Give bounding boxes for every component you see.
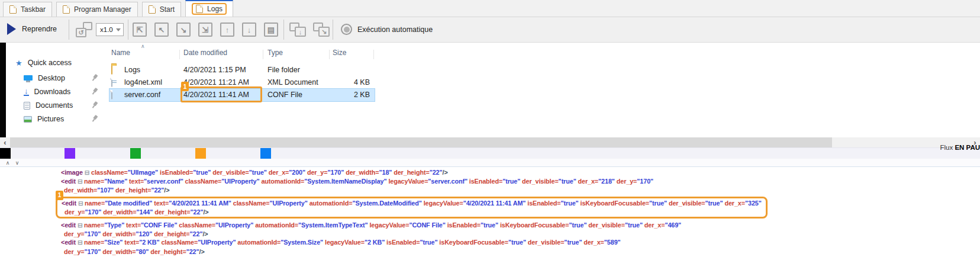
chevron-down-icon [116,28,121,31]
toolbar-separator [128,20,128,40]
attribute-value: "UIProperty" [270,200,308,207]
attribute-value: "CONF File" [141,221,177,229]
speed-dropdown[interactable]: x1.0 [96,23,124,36]
attribute-name: der_visible= [212,169,249,176]
screen-edge-strip [0,43,6,137]
sidebar-item-label: Downloads [34,88,71,96]
code-entry: <image ⊟ className="UIImage" isEnabled="… [61,168,980,177]
replay-button[interactable]: ↺ [76,22,92,37]
attribute-name: der_width= [103,208,136,216]
timeline-marker[interactable] [260,148,271,159]
column-header-name[interactable]: Name [111,49,130,57]
attribute-value: "4/20/2021 11:41 AM" [463,200,526,207]
conf-file-icon [111,90,112,99]
file-size: 2 KB [331,91,370,99]
attribute-name: der_width= [64,187,97,194]
xml-tag: <image [61,169,83,176]
attribute-name: der_x= [584,239,604,246]
duplicate-down-button[interactable]: ↓ [289,23,306,37]
attribute-name: isEnabled= [386,239,420,246]
tab-start[interactable]: Start [142,2,181,17]
file-type: File folder [267,66,300,74]
attribute-name: name= [84,221,104,229]
attribute-name: isKeyboardFocusable= [500,221,569,229]
timeline-marker[interactable] [195,148,206,159]
attribute-value: "Date modified" [105,200,152,207]
tab-program-manager[interactable]: Program Manager [56,2,138,17]
sidebar-item-downloads[interactable]: ↓Downloads [24,86,70,98]
attribute-value: "true" [481,221,498,229]
report-icon: ▤ [267,25,275,34]
tab-logs[interactable]: Logs [185,0,233,17]
attribute-name: der_width= [346,169,379,176]
code-line: der_y="170" der_width="120" der_height="… [61,230,980,238]
sidebar-item-quick-access[interactable]: ★Quick access [15,57,72,69]
file-row-server-conf[interactable]: server.conf4/20/2021 11:41 AMCONF File2 … [109,89,375,101]
attribute-name: der_y= [617,178,637,185]
flux-status: Flux EN PAU [940,144,980,151]
documents-icon [24,102,30,110]
duplicate-out-button[interactable]: ↘ [313,23,330,37]
collapse-expander-icon: ⊟ [78,222,82,229]
arrow-down-icon: ↓ [247,25,252,34]
step-into-button[interactable]: ⇲ [198,23,212,37]
sidebar-item-desktop[interactable]: Desktop [24,72,65,84]
attribute-value: "144" [137,208,153,216]
arrow-down-right-button[interactable]: ↘ [176,23,191,37]
timeline-marker[interactable] [130,148,141,159]
scrollbar-thumb[interactable] [10,137,832,147]
attribute-value: "589" [604,239,621,246]
report-button[interactable]: ▤ [264,23,278,37]
timeline-marker[interactable] [65,148,75,159]
pin-icon [89,114,99,124]
sidebar-item-pictures[interactable]: Pictures [24,113,64,125]
code-entry: <edit ⊟ name="Size" text="2 KB" classNam… [61,238,980,255]
toolbar-separator [333,20,333,40]
sidebar-item-documents[interactable]: Documents [24,99,73,111]
attribute-value: "107" [97,187,114,194]
clone-buttons: ↓↘ [289,23,330,37]
code-line: der_y="170" der_width="144" der_height="… [62,208,762,216]
attribute-name: der_y= [65,208,85,216]
tab-label: Taskbar [21,5,46,14]
attribute-value: "true" [502,178,520,185]
code-line: <image ⊟ className="UIImage" isEnabled="… [61,168,980,177]
column-header-type[interactable]: Type [267,49,283,57]
attribute-name: der_width= [102,248,136,255]
attribute-name: der_y= [64,248,85,255]
attribute-value: "UIImage" [128,169,158,176]
attribute-value: "true" [508,239,526,246]
attribute-value: "325" [745,200,762,207]
xml-file-icon [111,78,112,87]
attribute-name: isKeyboardFocusable= [581,200,650,207]
horizontal-scrollbar[interactable]: ‹ › [0,137,980,147]
file-size: 4 KB [331,78,370,86]
file-date: 4/20/2021 11:21 AM [183,78,249,86]
scroll-left-icon[interactable]: ‹ [0,137,10,147]
expand-down-icon[interactable]: ∨ [13,159,21,166]
replay-icon: ↺ [76,28,86,37]
attribute-name: isKeyboardFocusable= [439,239,508,246]
collapse-up-icon[interactable]: ∧ [4,159,12,166]
resume-button[interactable]: Reprendre [7,23,57,35]
pin-icon [89,100,99,110]
attribute-value: "218" [598,178,615,185]
timeline-marker[interactable] [0,148,11,159]
code-line: <edit ⊟ name="Name" text="server.conf" c… [61,177,980,186]
arrow-up-left-button[interactable]: ↖ [154,23,169,37]
step-out-up-button[interactable]: ⇱ [133,23,147,37]
attribute-name: className= [185,178,222,185]
column-header-size[interactable]: Size [333,49,346,57]
code-line: <edit ⊟ name="Date modified" text="4/20/… [62,199,762,208]
arrow-down-button[interactable]: ↓ [242,23,256,37]
file-row-log4net-xml[interactable]: log4net.xml4/20/2021 11:21 AMXML Documen… [109,76,375,89]
file-row-logs[interactable]: Logs4/20/2021 1:15 PMFile folder [109,64,375,76]
sort-ascending-icon: ∧ [141,43,145,49]
arrow-up-button[interactable]: ↑ [220,23,234,37]
tab-taskbar[interactable]: Taskbar [3,2,52,17]
auto-exec-toggle[interactable]: Exécution automatique [341,24,433,35]
attribute-value: "200" [289,169,305,176]
column-header-date-modified[interactable]: Date modified [183,49,227,57]
attribute-value: "22" [191,208,204,216]
attribute-name: der_x= [269,169,289,176]
